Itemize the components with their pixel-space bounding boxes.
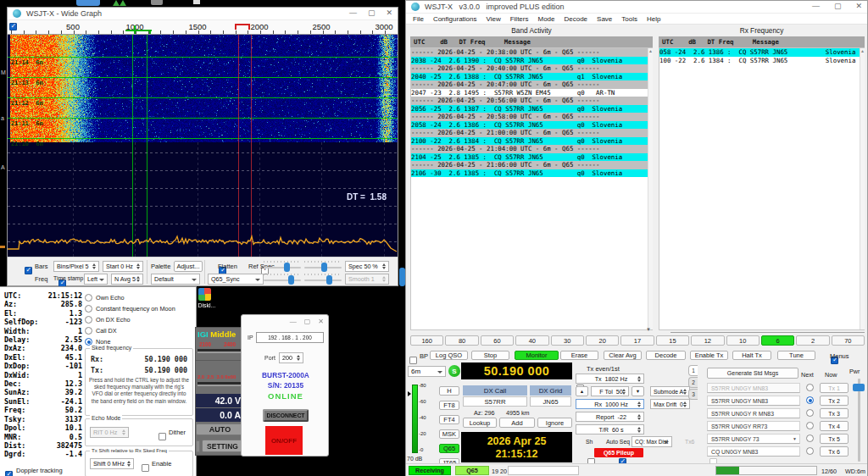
tx-message-field-6[interactable]: CQ UN0GY MN83 [707, 446, 800, 457]
stop-button[interactable]: Stop [471, 351, 509, 360]
decode-separator-row[interactable]: ------ 2026-04-25 - 20:56:00 UTC - 6m - … [411, 97, 652, 105]
spinner-arrows-icon[interactable] [295, 354, 302, 362]
echo-option[interactable]: Call DX [85, 325, 193, 336]
spinner-arrows-icon[interactable] [636, 413, 643, 420]
menu-view[interactable]: View [486, 15, 500, 23]
tx-message-field-1[interactable]: S57RR UN0GY MN83 [707, 383, 800, 393]
bars-checkbox[interactable] [25, 267, 32, 274]
rx-frequency-scrollbar[interactable]: ▲ [860, 48, 865, 329]
rit-spinner[interactable]: RIT 0 Hz [90, 427, 129, 438]
tx-next-radio-5[interactable] [806, 434, 814, 442]
menu-save[interactable]: Save [597, 15, 612, 23]
desktop-icon[interactable]: Diskl... [190, 286, 224, 313]
tx-now-button-1[interactable]: Tx 1 [820, 383, 849, 393]
band-button-160[interactable]: 160 [410, 335, 443, 346]
decode-separator-row[interactable]: ------ 2026-04-25 - 21:06:00 UTC - 6m - … [411, 161, 652, 169]
time-stamp-dropdown[interactable]: Left [84, 274, 108, 285]
echo-option[interactable]: Own Echo [85, 292, 193, 303]
dx-call-field[interactable]: S57RR [463, 396, 527, 407]
menu-file[interactable]: File [413, 15, 424, 23]
message-tab-2[interactable]: 2 [688, 377, 698, 388]
tx-message-field-2[interactable]: S57RR UN0GY MN83 [707, 396, 800, 406]
bins-pixel-spinner[interactable]: Bins/Pixel 5 [53, 261, 99, 272]
decode-separator-row[interactable]: ------ 2026-04-25 - 20:47:00 UTC - 6m - … [411, 80, 652, 89]
dither-checkbox[interactable] [159, 433, 166, 440]
mode-button-h[interactable]: H [439, 386, 459, 396]
clear-avg-button[interactable]: Clear Avg [604, 351, 642, 360]
tune-button[interactable]: Tune [777, 351, 815, 360]
bp-checkbox[interactable] [409, 357, 417, 364]
menu-configurations[interactable]: Configurations [433, 15, 477, 23]
decode-message-row[interactable]: 2056 -25 2.6 1387 : CQ S57RR JN65 q0 Slo… [411, 105, 652, 113]
menu-mode[interactable]: Mode [537, 15, 554, 23]
tx-next-radio-6[interactable] [806, 447, 814, 455]
band-button-10[interactable]: 10 [726, 335, 760, 346]
spinner-arrows-icon[interactable] [125, 460, 132, 468]
band-button-2[interactable]: 2 [796, 335, 829, 346]
tx-message-field-3[interactable]: S57RR UN0GY R MN83 [707, 408, 800, 418]
rx-frequency-list[interactable]: 058 -24 2.6 1386 : CQ S57RR JN65 Sloveni… [659, 47, 865, 330]
palette-adjust-button[interactable]: Adjust... [174, 261, 203, 272]
ftol-spinner[interactable]: F Tol 50 [591, 386, 629, 396]
smooth-spinner[interactable]: Smooth 1 [345, 274, 389, 285]
decode-separator-row[interactable]: ------ 2026-04-25 - 20:58:00 UTC - 6m - … [411, 113, 652, 121]
tx-freq-spinner[interactable]: Tx 1802 Hz [576, 374, 644, 384]
band-activity-scrollbar[interactable]: ▲ [648, 48, 653, 329]
enable-tx-button[interactable]: Enable Tx [690, 351, 728, 360]
decode-message-row[interactable]: 2104 -25 2.6 1385 : CQ S57RR JN65 q0 Slo… [411, 153, 652, 162]
wide-graph-titlebar[interactable]: WSJT-X - Wide Graph — ▢ ✕ [8, 8, 398, 20]
decode-message-row[interactable]: 100 -22 2.6 1384 : CQ S57RR JN65 Sloveni… [659, 57, 864, 65]
auto-button[interactable]: AUTO [196, 423, 243, 435]
tx-next-radio-1[interactable] [806, 384, 814, 391]
split-s-button[interactable]: S [448, 365, 460, 377]
setting-button[interactable]: SETTING [202, 440, 243, 452]
band-select-dropdown[interactable]: 6m [408, 366, 446, 377]
spinner-arrows-icon[interactable] [636, 375, 643, 382]
halt-tx-button[interactable]: Halt Tx [732, 351, 771, 360]
spinner-arrows-icon[interactable] [135, 263, 142, 270]
tr-period-spinner[interactable]: T/R 60 s [576, 424, 644, 434]
sync-dropdown[interactable]: Q65_Sync [208, 274, 264, 285]
decode-separator-row[interactable]: ------ 2026-04-25 - 20:40:00 UTC - 6m - … [411, 64, 652, 73]
tx-now-button-4[interactable]: Tx 4 [820, 421, 849, 431]
tx-now-button-2[interactable]: Tx 2 [820, 396, 849, 406]
pwr-slider-handle[interactable] [853, 384, 865, 391]
submode-spinner[interactable]: Submode A [650, 386, 690, 396]
menu-filters[interactable]: Filters [510, 15, 529, 23]
waterfall-canvas[interactable] [8, 35, 398, 257]
message-tab-3[interactable]: 3 [688, 389, 698, 400]
tx-next-radio-2[interactable] [806, 396, 814, 404]
decode-message-row[interactable]: 2058 -24 2.6 1386 : CQ S57RR JN65 q0 Slo… [411, 121, 652, 130]
mode-button-q65[interactable]: Q65 [439, 444, 459, 453]
band-button-70[interactable]: 70 [832, 335, 865, 346]
maximize-icon[interactable]: ▢ [304, 318, 311, 325]
decode-message-row[interactable]: 2038 -24 2.6 1390 : CQ S57RR JN65 q0 Slo… [411, 57, 652, 65]
tx-message-field-5[interactable]: S57RR UN0GY 73▼ [707, 434, 800, 444]
lookup-button[interactable]: Lookup [463, 418, 497, 428]
menu-help[interactable]: Help [647, 15, 660, 23]
spectrum-zero-slider[interactable] [304, 274, 342, 285]
disconnect-button[interactable]: DISCONNECT [263, 409, 309, 422]
message-tab-1[interactable]: 1 [688, 365, 698, 376]
band-button-17[interactable]: 17 [620, 335, 654, 346]
tx-now-button-5[interactable]: Tx 5 [820, 434, 849, 444]
rx-freq-spinner[interactable]: Rx 1000 Hz [576, 399, 644, 409]
decode-message-row[interactable]: 2100 -22 2.6 1384 : CQ S57RR JN65 q0 Slo… [411, 137, 652, 146]
band-button-40[interactable]: 40 [515, 335, 548, 346]
tx-to-rx-button[interactable]: ▲ [576, 386, 588, 396]
add-button[interactable]: Add [499, 418, 535, 428]
maximize-icon[interactable]: ▢ [368, 8, 376, 17]
echo-option[interactable]: On DX Echo [85, 314, 193, 325]
ip-field[interactable]: 192 . 168 . 1 . 200 [256, 332, 324, 343]
echo-option[interactable]: Constant frequency on Moon [85, 303, 193, 314]
mode-button-ft8[interactable]: FT8 [439, 401, 459, 410]
tx-now-button-6[interactable]: Tx 6 [820, 446, 849, 457]
band-button-60[interactable]: 60 [481, 335, 514, 346]
spinner-arrows-icon[interactable] [381, 263, 387, 270]
decode-message-row[interactable]: 2040 -25 2.6 1388 : CQ S57RR JN65 q1 Slo… [411, 73, 652, 81]
band-button-80[interactable]: 80 [445, 335, 478, 346]
spinner-arrows-icon[interactable] [682, 401, 688, 407]
pwr-slider[interactable] [852, 379, 865, 462]
radio-icon[interactable] [85, 305, 92, 313]
close-icon[interactable]: ✕ [386, 8, 392, 17]
